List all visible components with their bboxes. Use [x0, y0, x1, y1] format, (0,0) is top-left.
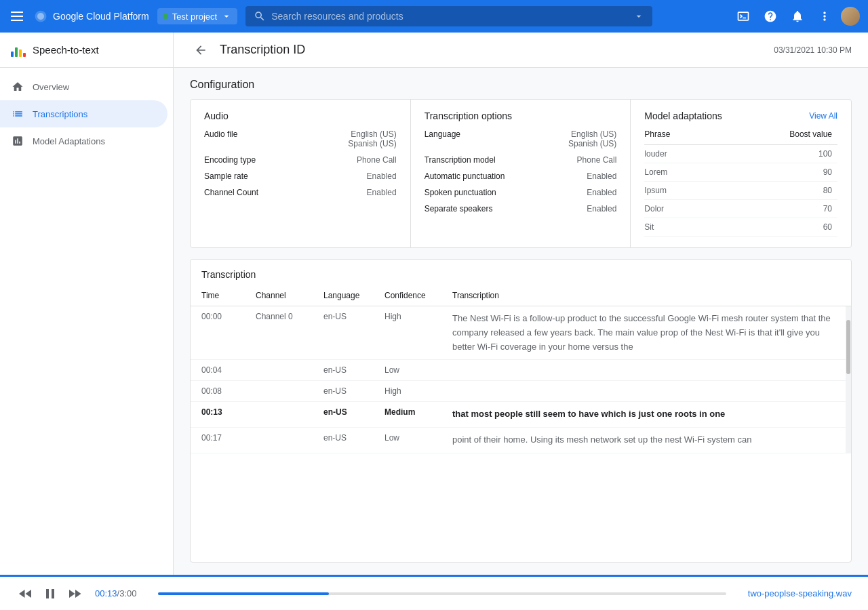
sidebar-item-transcriptions[interactable]: Transcriptions	[0, 100, 167, 127]
transcription-section: Transcription Time Channel Language Conf…	[174, 259, 868, 573]
spoken-punctuation-row: Spoken punctuation Enabled	[425, 188, 617, 197]
forward-button[interactable]	[65, 584, 84, 603]
phrase-cell: Sit	[644, 218, 720, 237]
hamburger-menu-button[interactable]	[8, 9, 26, 24]
search-expand-icon	[633, 11, 644, 22]
player-progress-fill	[158, 592, 328, 595]
sample-rate-value: Enabled	[367, 171, 397, 181]
sidebar-title: Speech-to-text	[33, 44, 99, 56]
terminal-button[interactable]	[732, 5, 754, 27]
spoken-punctuation-key: Spoken punctuation	[425, 188, 496, 197]
notifications-button[interactable]	[787, 5, 808, 27]
separate-speakers-key: Separate speakers	[425, 204, 493, 214]
sidebar-header: Speech-to-text	[0, 33, 173, 68]
list-icon	[11, 107, 24, 121]
time-cell: 00:17	[201, 433, 256, 443]
back-button[interactable]	[190, 39, 212, 61]
confidence-cell: Low	[384, 433, 452, 443]
page-header: Transcription ID 03/31/2021 10:30 PM	[174, 33, 868, 68]
top-nav-actions	[732, 5, 860, 27]
transcription-rows-container: 00:00 Channel 0 en-US High The Nest Wi-F…	[191, 306, 846, 453]
pause-button[interactable]	[41, 584, 60, 603]
confidence-header: Confidence	[384, 291, 452, 300]
sidebar-item-model-adaptations[interactable]: Model Adaptations	[0, 127, 167, 155]
transcription-cell: The Nest Wi-Fi is a follow-up product to…	[452, 312, 835, 354]
boost-cell: 100	[721, 145, 837, 163]
table-row: 00:00 Channel 0 en-US High The Nest Wi-F…	[191, 306, 846, 360]
language-cell: en-US	[323, 365, 384, 375]
model-adaptations-table: Phrase Boost value louder100Lorem90Ipsum…	[644, 127, 837, 237]
forward-icon	[66, 586, 83, 602]
transcription-model-key: Transcription model	[425, 155, 496, 165]
language-value: English (US)Spanish (US)	[568, 129, 616, 148]
confidence-cell: High	[384, 312, 452, 321]
transcription-model-row: Transcription model Phone Call	[425, 155, 617, 165]
scrollbar-thumb	[846, 320, 850, 374]
main-content: Transcription ID 03/31/2021 10:30 PM Con…	[174, 33, 868, 610]
sample-rate-key: Sample rate	[204, 171, 248, 181]
transcription-options-card: Transcription options Language English (…	[411, 100, 631, 247]
page-title: Transcription ID	[220, 43, 305, 57]
language-cell: en-US	[323, 312, 384, 321]
time-cell: 00:04	[201, 365, 256, 375]
sidebar-item-overview[interactable]: Overview	[0, 73, 167, 100]
boost-cell: 60	[721, 218, 837, 237]
model-table-row: Sit60	[644, 218, 837, 237]
model-adaptations-header: Model adaptations View All	[644, 110, 837, 121]
auto-punctuation-value: Enabled	[587, 171, 616, 181]
more-vertical-icon	[818, 9, 831, 23]
help-icon	[764, 9, 777, 23]
time-header: Time	[201, 291, 256, 300]
phrase-cell: Lorem	[644, 163, 720, 182]
configuration-label: Configuration	[190, 79, 852, 91]
logo-bar-4	[23, 53, 26, 57]
logo-bar-2	[15, 47, 18, 57]
transcription-header: Transcription	[452, 291, 840, 300]
sidebar: Speech-to-text Overview Transcriptions M…	[0, 33, 174, 610]
table-row: 00:08 en-US High	[191, 381, 846, 402]
player-time: 00:13/3:00	[95, 588, 136, 598]
model-adaptations-title: Model adaptations	[644, 110, 722, 121]
brand-text: Google Cloud Platform	[53, 11, 149, 22]
transcription-cell: point of their home. Using its mesh netw…	[452, 433, 835, 447]
boost-cell: 70	[721, 200, 837, 218]
footer-player: 00:13/3:00 two-peoplse-speaking.wav	[0, 575, 868, 610]
scrollbar[interactable]	[846, 306, 851, 453]
table-row: 00:04 en-US Low	[191, 360, 846, 381]
model-adaptations-card: Model adaptations View All Phrase Boost …	[631, 100, 851, 247]
project-selector[interactable]: Test project	[157, 8, 237, 24]
confidence-cell: High	[384, 386, 452, 396]
channel-count-key: Channel Count	[204, 188, 258, 197]
rewind-button[interactable]	[16, 584, 35, 603]
sidebar-item-overview-label: Overview	[33, 82, 69, 92]
more-options-button[interactable]	[814, 5, 835, 27]
phrase-column-header: Phrase	[644, 127, 720, 145]
help-button[interactable]	[760, 5, 781, 27]
encoding-type-value: Phone Call	[357, 155, 397, 165]
logo-bar-1	[11, 52, 14, 57]
transcription-table-header: Time Channel Language Confidence Transcr…	[191, 285, 851, 306]
terminal-icon	[736, 9, 750, 23]
search-bar[interactable]: Search resources and products	[245, 6, 652, 26]
chevron-down-icon	[221, 11, 232, 22]
auto-punctuation-key: Automatic punctuation	[425, 171, 505, 181]
model-table-row: Ipsum80	[644, 182, 837, 200]
time-cell: 00:00	[201, 312, 256, 321]
transcription-text-after: point of their home. Using its mesh netw…	[452, 433, 835, 447]
audio-file-value: English (US)Spanish (US)	[348, 129, 396, 148]
sample-rate-row: Sample rate Enabled	[204, 171, 397, 181]
model-table-row: Lorem90	[644, 163, 837, 182]
audio-file-key: Audio file	[204, 129, 237, 139]
time-cell: 00:13	[201, 407, 256, 417]
logo-bar-3	[19, 49, 22, 57]
table-row: 00:13 en-US Medium that most people stil…	[191, 402, 846, 428]
page-header-left: Transcription ID	[190, 39, 305, 61]
top-navigation: Google Cloud Platform Test project Searc…	[0, 0, 868, 33]
player-progress-bar[interactable]	[158, 592, 726, 595]
view-all-link[interactable]: View All	[809, 111, 837, 121]
player-filename[interactable]: two-peoplse-speaking.wav	[748, 588, 852, 598]
separate-speakers-row: Separate speakers Enabled	[425, 204, 617, 214]
user-avatar[interactable]	[841, 7, 860, 26]
model-table-row: Dolor70	[644, 200, 837, 218]
pause-icon	[42, 586, 58, 602]
